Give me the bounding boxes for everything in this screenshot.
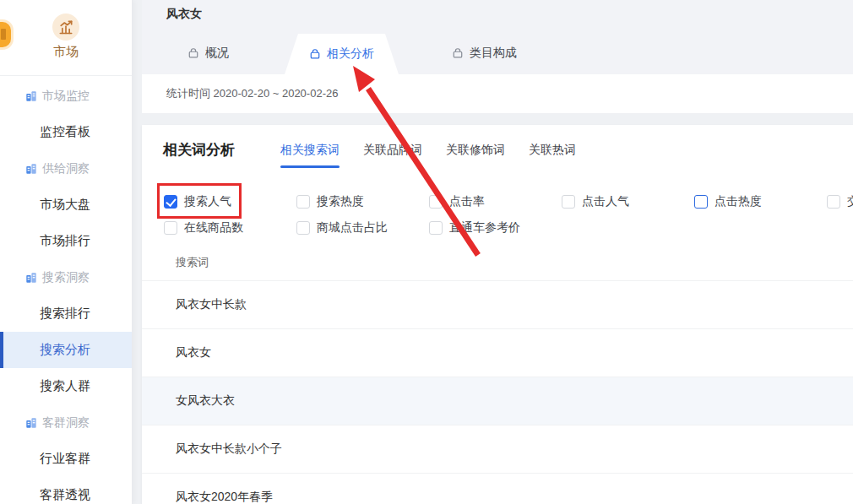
table-row[interactable]: 风衣女中长款小个子 [142,425,853,474]
sidebar-item-label: 市场大盘 [40,197,90,213]
sidebar-item-monitor-board[interactable]: 监控看板 [0,114,132,150]
table-row[interactable]: 风衣女 [142,329,853,377]
table-header-search-word: 搜索词 [142,244,853,281]
keyword-header: 风衣女 概况 相关分析 类目构成 [142,0,853,74]
checkbox-label[interactable]: 点击率 [449,194,485,209]
metric-click-heat[interactable]: 点击热度 [694,194,827,209]
main-content: 风衣女 概况 相关分析 类目构成 统计时间 2020-02-20 ~ 2020-… [142,0,853,504]
sidebar-section-market-monitor: 市场监控 [0,78,132,114]
building-icon [25,272,37,284]
sidebar: 市场 市场监控 监控看板 供给洞察 市场大盘 市场排行 搜索洞察 搜索排行 搜索… [0,0,133,504]
tab-label: 类目构成 [470,46,517,61]
checkbox-label[interactable]: 直通车参考价 [449,220,520,236]
bag-icon [309,48,321,60]
subtab-related-search-words[interactable]: 相关搜索词 [280,143,340,168]
metric-checkbox-row-1: 搜索人气 搜索热度 点击率 点击人气 点击热度 交 [164,194,853,209]
sidebar-item-label: 搜索排行 [40,306,90,322]
metric-checkbox-row-2: 在线商品数 商城点击占比 直通车参考价 [164,220,562,236]
checkbox-focused[interactable] [694,195,708,209]
table-row[interactable]: 风衣女中长款 [142,281,853,329]
tab-label: 概况 [205,46,229,61]
checkbox-label[interactable]: 交 [847,194,853,209]
checkbox-label[interactable]: 点击热度 [714,194,762,209]
sidebar-item-industry-customers[interactable]: 行业客群 [0,441,132,477]
table-row-highlighted[interactable]: 女风衣大衣 [142,377,853,425]
sidebar-item-label: 客群透视 [40,487,90,503]
tab-category-composition[interactable]: 类目构成 [452,46,517,61]
date-range-strip: 统计时间 2020-02-20 ~ 2020-02-26 [142,74,853,113]
sidebar-item-search-crowd[interactable]: 搜索人群 [0,368,132,404]
metric-click-popularity[interactable]: 点击人气 [562,194,694,209]
sidebar-section-supply-insight: 供给洞察 [0,150,132,187]
sidebar-item-label: 行业客群 [40,451,90,467]
search-word-cell[interactable]: 风衣女中长款小个子 [176,442,282,457]
card-head: 相关词分析 相关搜索词 关联品牌词 关联修饰词 关联热词 [163,140,600,168]
subtab-related-modifier-words[interactable]: 关联修饰词 [446,143,505,168]
building-icon [25,163,37,175]
sidebar-section-label: 供给洞察 [42,161,90,176]
tab-related-analysis[interactable]: 相关分析 [285,34,399,74]
sidebar-section-label: 市场监控 [42,89,90,104]
checkbox-label[interactable]: 点击人气 [582,194,629,209]
metric-click-rate[interactable]: 点击率 [429,194,562,209]
search-word-cell[interactable]: 女风衣大衣 [176,393,235,409]
checkbox-label[interactable]: 搜索人气 [184,194,231,209]
checkbox-unchecked[interactable] [429,195,443,209]
checkbox-label[interactable]: 搜索热度 [317,194,364,209]
side-orange-tag[interactable] [0,22,11,47]
checkbox-label[interactable]: 商城点击占比 [317,220,388,236]
related-word-tabs: 相关搜索词 关联品牌词 关联修饰词 关联热词 [280,143,600,168]
related-words-card: 相关词分析 相关搜索词 关联品牌词 关联修饰词 关联热词 搜索人气 搜索热度 点… [142,125,853,504]
building-icon [25,417,37,429]
subtab-related-brand-words[interactable]: 关联品牌词 [363,143,422,168]
metric-search-heat[interactable]: 搜索热度 [296,194,429,209]
sidebar-item-label: 市场排行 [40,233,90,249]
checkbox-unchecked[interactable] [296,221,310,235]
building-icon [25,90,37,102]
search-word-cell[interactable]: 风衣女 [176,345,211,360]
brand-label: 市场 [0,44,132,60]
sidebar-item-search-analysis[interactable]: 搜索分析 [0,332,132,368]
sidebar-item-label: 搜索分析 [40,342,90,358]
date-range-text: 统计时间 2020-02-20 ~ 2020-02-26 [166,86,338,101]
checkbox-unchecked[interactable] [296,195,310,209]
tab-label: 相关分析 [327,46,374,62]
sidebar-section-search-insight: 搜索洞察 [0,259,132,295]
metric-online-products[interactable]: 在线商品数 [164,220,296,236]
checkbox-label[interactable]: 在线商品数 [184,220,243,236]
keyword-title: 风衣女 [166,7,202,22]
sidebar-item-label: 监控看板 [40,124,90,140]
brand-block[interactable]: 市场 [0,0,132,60]
table-row[interactable]: 风衣女2020年春季 [142,474,853,504]
sidebar-item-customer-perspective[interactable]: 客群透视 [0,477,132,504]
sidebar-section-label: 搜索洞察 [42,270,90,285]
search-word-cell[interactable]: 风衣女中长款 [176,297,247,312]
card-title: 相关词分析 [163,140,235,160]
bag-icon [187,47,199,59]
checkbox-unchecked[interactable] [827,195,840,209]
sidebar-divider [0,75,132,76]
sidebar-item-market-overview[interactable]: 市场大盘 [0,187,132,223]
metric-ztc-reference-price[interactable]: 直通车参考价 [429,220,562,236]
market-trend-icon [52,14,79,41]
tab-overview[interactable]: 概况 [187,46,229,61]
checkbox-unchecked[interactable] [164,221,177,235]
checkbox-unchecked[interactable] [429,221,443,235]
checkbox-checked[interactable] [164,195,177,209]
metric-transaction-clipped[interactable]: 交 [827,194,853,209]
sidebar-section-customer-insight: 客群洞察 [0,404,132,441]
subtab-related-hot-words[interactable]: 关联热词 [529,143,576,168]
sidebar-nav: 市场监控 监控看板 供给洞察 市场大盘 市场排行 搜索洞察 搜索排行 搜索分析 … [0,78,132,504]
sidebar-item-search-ranking[interactable]: 搜索排行 [0,295,132,332]
metric-search-popularity[interactable]: 搜索人气 [164,194,296,209]
search-word-table: 搜索词 风衣女中长款 风衣女 女风衣大衣 风衣女中长款小个子 风衣女2020年春… [142,244,853,504]
checkbox-unchecked[interactable] [562,195,575,209]
sidebar-item-market-ranking[interactable]: 市场排行 [0,223,132,259]
bag-icon [452,47,464,59]
search-word-cell[interactable]: 风衣女2020年春季 [176,490,273,504]
sidebar-item-label: 搜索人群 [40,378,90,394]
sidebar-section-label: 客群洞察 [42,415,90,431]
metric-mall-click-share[interactable]: 商城点击占比 [296,220,429,236]
